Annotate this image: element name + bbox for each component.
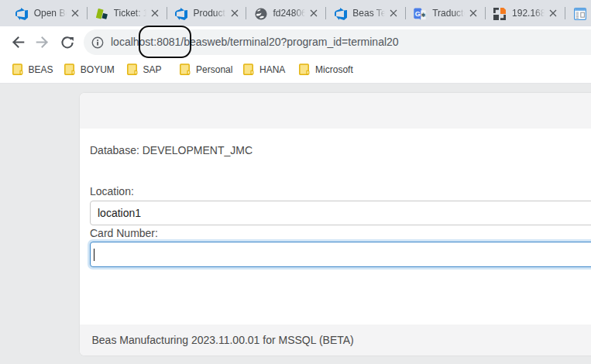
- svg-text:✱: ✱: [421, 11, 426, 18]
- svg-text:G: G: [415, 9, 421, 17]
